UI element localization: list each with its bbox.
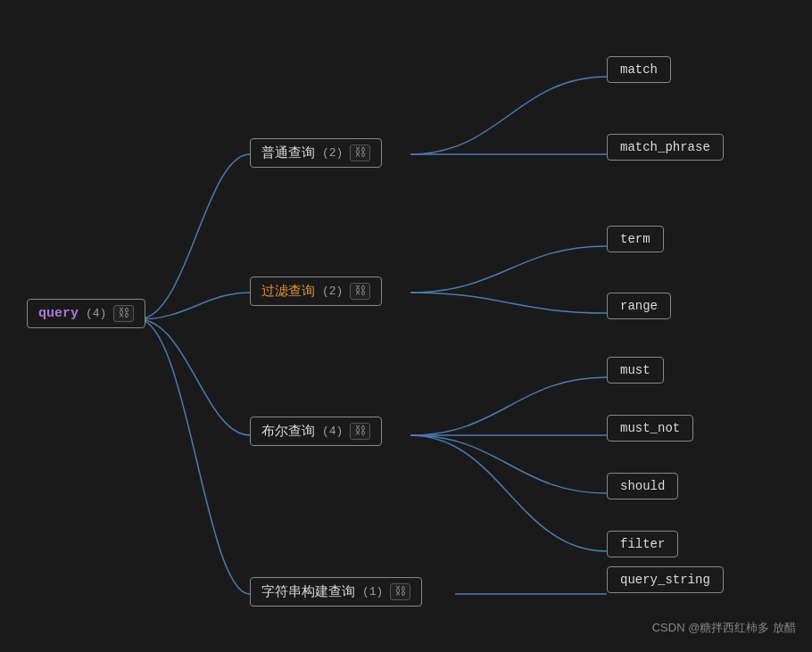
leaf-should[interactable]: should: [607, 473, 678, 499]
root-link-icon[interactable]: ⛓: [113, 305, 134, 322]
normal-count: (2): [322, 146, 343, 160]
filter-link-icon[interactable]: ⛓: [350, 283, 370, 300]
normal-label: 普通查询: [261, 144, 315, 161]
main-canvas: query (4) ⛓ 普通查询 (2) ⛓ 过滤查询 (2) ⛓ 布尔查询 (…: [0, 0, 812, 652]
filter-label: 过滤查询: [261, 283, 315, 300]
mid-node-string[interactable]: 字符串构建查询 (1) ⛓: [250, 577, 422, 607]
leaf-range[interactable]: range: [607, 293, 671, 319]
bool-link-icon[interactable]: ⛓: [350, 423, 370, 440]
root-label: query: [38, 306, 79, 321]
leaf-filter[interactable]: filter: [607, 531, 678, 557]
mid-node-filter[interactable]: 过滤查询 (2) ⛓: [250, 276, 382, 306]
leaf-match-phrase[interactable]: match_phrase: [607, 134, 724, 161]
string-count: (1): [362, 585, 383, 598]
root-node[interactable]: query (4) ⛓: [27, 299, 145, 328]
filter-count: (2): [322, 285, 343, 298]
mid-node-bool[interactable]: 布尔查询 (4) ⛓: [250, 417, 382, 446]
leaf-query-string[interactable]: query_string: [607, 566, 724, 593]
normal-link-icon[interactable]: ⛓: [350, 144, 370, 161]
watermark: CSDN @糖拌西红柿多 放醋: [652, 620, 796, 636]
root-count: (4): [86, 307, 106, 320]
bool-label: 布尔查询: [261, 423, 315, 440]
leaf-must[interactable]: must: [607, 357, 664, 384]
leaf-term[interactable]: term: [607, 226, 664, 252]
bool-count: (4): [322, 425, 343, 438]
string-label: 字符串构建查询: [261, 583, 355, 600]
leaf-match[interactable]: match: [607, 56, 671, 83]
mid-node-normal[interactable]: 普通查询 (2) ⛓: [250, 138, 382, 168]
leaf-must-not[interactable]: must_not: [607, 415, 693, 442]
string-link-icon[interactable]: ⛓: [390, 583, 410, 600]
